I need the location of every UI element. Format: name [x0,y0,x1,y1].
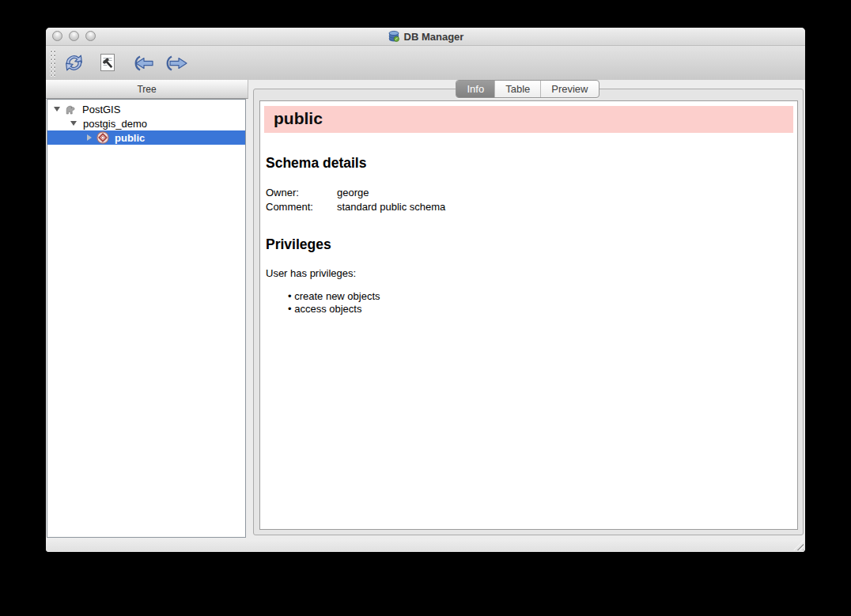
schema-title-banner: public [264,106,793,133]
privileges-list: create new objects access objects [288,290,794,316]
db-manager-window: DB Manager [46,28,805,552]
info-content: public Schema details Owner: george Comm… [259,100,798,530]
tree-item-public[interactable]: public [47,130,245,145]
sql-window-icon [98,52,118,74]
schema-details-heading: Schema details [266,155,794,172]
postgis-elephant-icon [64,103,77,115]
window-title: DB Manager [404,31,464,43]
titlebar[interactable]: DB Manager [46,28,805,46]
toolbar [46,46,805,81]
tree-dock: Tree PostGIS postgis_demo [46,80,248,539]
tree-item-postgis-demo[interactable]: postgis_demo [47,116,245,130]
window-title-group: DB Manager [46,28,805,45]
tree-view[interactable]: PostGIS postgis_demo [47,99,246,538]
tree-item-label: PostGIS [81,104,120,115]
owner-label: Owner: [266,186,337,200]
minimize-button[interactable] [69,31,79,41]
privileges-intro: User has privileges: [266,267,794,280]
schema-icon [96,131,109,144]
traffic-lights [52,31,96,41]
expand-arrow-icon[interactable] [85,134,94,141]
main-area: Tree PostGIS postgis_demo [46,80,805,539]
import-layer-button[interactable] [128,50,155,77]
tree-item-label: public [113,132,145,144]
collapse-arrow-icon[interactable] [69,121,78,126]
export-to-file-button[interactable] [162,50,189,77]
privileges-heading: Privileges [266,236,794,253]
tab-preview[interactable]: Preview [541,81,598,97]
tab-bar: Info Table Preview [250,80,805,98]
db-manager-app-icon [388,30,400,43]
comment-label: Comment: [266,200,337,214]
zoom-button[interactable] [85,31,96,41]
status-strip [46,539,805,552]
tree-item-postgis[interactable]: PostGIS [47,102,245,116]
tree-dock-title: Tree [46,80,248,99]
export-to-file-icon [162,55,189,72]
tree-item-label: postgis_demo [78,118,147,130]
tab-frame: public Schema details Owner: george Comm… [253,89,804,535]
detail-region: public Schema details Owner: george Comm… [250,80,805,539]
privilege-item: access objects [288,303,794,316]
resize-grip[interactable] [793,540,804,550]
tab-info[interactable]: Info [456,81,495,97]
import-layer-icon [128,55,155,72]
owner-value: george [337,186,794,200]
refresh-icon [62,51,85,74]
sql-window-button[interactable] [94,50,121,77]
privilege-item: create new objects [288,290,794,303]
tab-table[interactable]: Table [495,81,541,97]
comment-value: standard public schema [337,200,794,214]
refresh-button[interactable] [60,50,87,77]
toolbar-drag-handle[interactable] [50,50,55,77]
collapse-arrow-icon[interactable] [52,107,62,111]
close-button[interactable] [52,31,62,41]
